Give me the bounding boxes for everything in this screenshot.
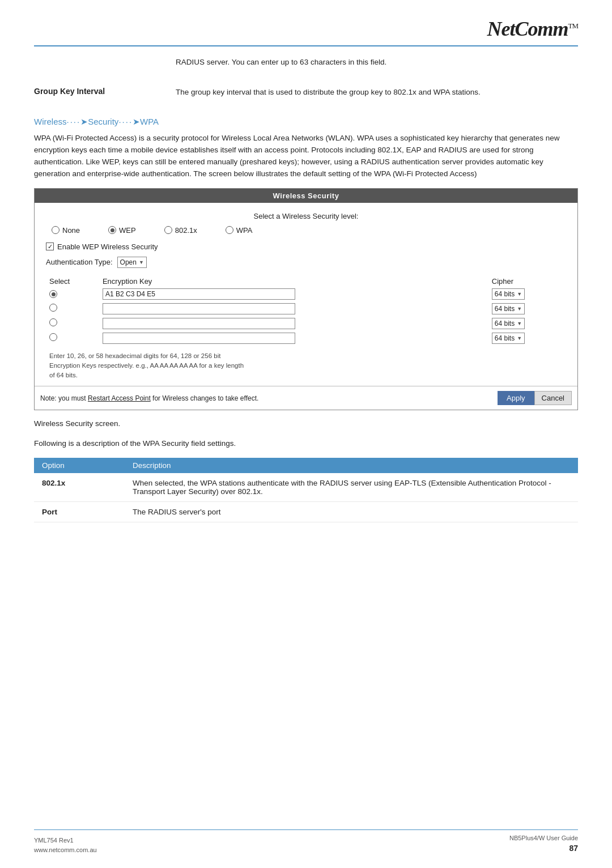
cipher-select-2[interactable]: 64 bits ▼ bbox=[492, 303, 525, 314]
radio-wep-circle[interactable] bbox=[108, 226, 116, 234]
desc-row-port: Port The RADIUS server's port bbox=[34, 502, 578, 522]
enc-row-3-cipher[interactable]: 64 bits ▼ bbox=[488, 316, 566, 331]
radio-wpa-label: WPA bbox=[236, 226, 253, 235]
radio-8021x[interactable]: 802.1x bbox=[164, 226, 197, 235]
radio-wpa-circle[interactable] bbox=[226, 226, 233, 234]
enable-wep-label: Enable WEP Wireless Security bbox=[57, 242, 158, 251]
heading-arrow1: ➤ bbox=[80, 117, 88, 126]
desc-table-header-row: Option Description bbox=[34, 458, 578, 473]
select-arrow-icon: ▼ bbox=[139, 259, 144, 265]
encryption-table: Select Encryption Key Cipher A1 B2 C3 D4 bbox=[46, 276, 566, 346]
col-enc-key-header: Encryption Key bbox=[99, 276, 488, 287]
cipher-3-value: 64 bits bbox=[495, 320, 515, 327]
desc-desc-port: The RADIUS server's port bbox=[125, 502, 578, 522]
enc-row-1: A1 B2 C3 D4 E5 64 bits ▼ bbox=[46, 287, 566, 301]
footer-yml: YML754 Rev1 bbox=[34, 836, 97, 845]
enc-row-2: 64 bits ▼ bbox=[46, 301, 566, 316]
enc-row-2-cipher[interactable]: 64 bits ▼ bbox=[488, 301, 566, 316]
logo-tm: TM bbox=[568, 22, 579, 30]
enc-input-1-value: A1 B2 C3 D4 E5 bbox=[105, 290, 155, 298]
action-buttons: Apply Cancel bbox=[494, 391, 572, 405]
enc-note-line3: of 64 bits. bbox=[49, 372, 78, 378]
enc-radio-4[interactable] bbox=[49, 333, 57, 341]
radius-label-empty bbox=[34, 57, 159, 76]
description-table: Option Description 802.1x When selected,… bbox=[34, 458, 578, 522]
heading-wpa: WPA bbox=[140, 117, 159, 126]
enc-radio-3[interactable] bbox=[49, 318, 57, 326]
group-key-row: Group Key Interval The group key interva… bbox=[34, 87, 578, 107]
auth-type-row: Authentication Type: Open ▼ bbox=[46, 257, 566, 268]
bottom-note: Note: you must Restart Access Point for … bbox=[40, 394, 258, 402]
cipher-select-1[interactable]: 64 bits ▼ bbox=[492, 288, 525, 300]
enable-wep-row[interactable]: Enable WEP Wireless Security bbox=[46, 242, 566, 251]
apply-button[interactable]: Apply bbox=[498, 391, 534, 405]
cipher-arrow-1-icon: ▼ bbox=[517, 291, 522, 297]
cipher-4-value: 64 bits bbox=[495, 334, 515, 342]
enc-radio-1[interactable] bbox=[49, 290, 57, 298]
enc-row-4-key[interactable] bbox=[99, 331, 488, 346]
enc-row-1-cipher[interactable]: 64 bits ▼ bbox=[488, 287, 566, 301]
radio-wep[interactable]: WEP bbox=[108, 226, 136, 235]
enc-row-1-key[interactable]: A1 B2 C3 D4 E5 bbox=[99, 287, 488, 301]
radio-wep-label: WEP bbox=[119, 226, 136, 235]
footer-left: YML754 Rev1 www.netcomm.com.au bbox=[34, 836, 97, 854]
col-cipher-header: Cipher bbox=[488, 276, 566, 287]
radio-wpa[interactable]: WPA bbox=[226, 226, 253, 235]
desc-option-port: Port bbox=[34, 502, 125, 522]
enc-row-4-select[interactable] bbox=[46, 331, 99, 346]
radio-8021x-label: 802.1x bbox=[175, 226, 197, 235]
radio-none-label: None bbox=[62, 226, 80, 235]
enc-input-1[interactable]: A1 B2 C3 D4 E5 bbox=[103, 288, 295, 300]
header: NetCommTM bbox=[34, 17, 578, 46]
col-select-header: Select bbox=[46, 276, 99, 287]
enc-row-2-key[interactable] bbox=[99, 301, 488, 316]
enc-row-3-key[interactable] bbox=[99, 316, 488, 331]
radio-none[interactable]: None bbox=[52, 226, 80, 235]
desc-row-8021x: 802.1x When selected, the WPA stations a… bbox=[34, 473, 578, 502]
enable-wep-checkbox[interactable] bbox=[46, 242, 54, 250]
radio-none-circle[interactable] bbox=[52, 226, 60, 234]
page-number: 87 bbox=[509, 843, 578, 854]
heading-dot2: ···· bbox=[118, 117, 133, 126]
heading-arrow2: ➤ bbox=[133, 117, 140, 126]
security-box-body: Select a Wireless Security level: None W… bbox=[35, 203, 577, 381]
logo-text: NetCommTM bbox=[487, 18, 579, 40]
enc-note-line2: Encryption Keys respectively. e.g., AA A… bbox=[49, 362, 244, 369]
auth-type-select[interactable]: Open ▼ bbox=[117, 257, 147, 268]
enc-row-4-cipher[interactable]: 64 bits ▼ bbox=[488, 331, 566, 346]
cancel-button[interactable]: Cancel bbox=[534, 391, 572, 405]
enc-row-4: 64 bits ▼ bbox=[46, 331, 566, 346]
footer-guide-name: NB5Plus4/W User Guide bbox=[509, 833, 578, 843]
after-box-line2: Following is a description of the WPA Se… bbox=[34, 438, 578, 450]
section-body: WPA (Wi-Fi Protected Access) is a securi… bbox=[34, 133, 578, 180]
heading-wireless: Wireless bbox=[34, 117, 67, 126]
enc-row-1-select[interactable] bbox=[46, 287, 99, 301]
auth-type-label: Authentication Type: bbox=[46, 258, 113, 266]
enc-input-3[interactable] bbox=[103, 318, 295, 329]
cipher-1-value: 64 bits bbox=[495, 290, 515, 298]
enc-radio-2[interactable] bbox=[49, 304, 57, 312]
enc-input-4[interactable] bbox=[103, 333, 295, 344]
footer-website: www.netcomm.com.au bbox=[34, 845, 97, 855]
enc-row-3-select[interactable] bbox=[46, 316, 99, 331]
cipher-select-3[interactable]: 64 bits ▼ bbox=[492, 318, 525, 329]
wireless-security-box: Wireless Security Select a Wireless Secu… bbox=[34, 188, 578, 411]
after-box-line1: Wireless Security screen. bbox=[34, 418, 578, 430]
footer-right: NB5Plus4/W User Guide 87 bbox=[509, 833, 578, 855]
enc-row-3: 64 bits ▼ bbox=[46, 316, 566, 331]
group-key-desc: The group key interval that is used to d… bbox=[176, 87, 578, 99]
footer: YML754 Rev1 www.netcomm.com.au NB5Plus4/… bbox=[34, 829, 578, 855]
select-level-label: Select a Wireless Security level: bbox=[46, 212, 566, 220]
enc-input-2[interactable] bbox=[103, 303, 295, 314]
group-key-label: Group Key Interval bbox=[34, 87, 159, 107]
enc-row-2-select[interactable] bbox=[46, 301, 99, 316]
section-heading: Wireless····➤Security····➤WPA bbox=[34, 117, 578, 127]
heading-security: Security bbox=[88, 117, 118, 126]
radio-8021x-circle[interactable] bbox=[164, 226, 172, 234]
enc-note-line1: Enter 10, 26, or 58 hexadecimal digits f… bbox=[49, 352, 220, 359]
cipher-select-4[interactable]: 64 bits ▼ bbox=[492, 333, 525, 344]
enc-note: Enter 10, 26, or 58 hexadecimal digits f… bbox=[46, 351, 566, 381]
auth-type-value: Open bbox=[120, 258, 137, 266]
restart-access-point-link[interactable]: Restart Access Point bbox=[88, 394, 151, 402]
heading-dot1: ···· bbox=[67, 117, 81, 126]
